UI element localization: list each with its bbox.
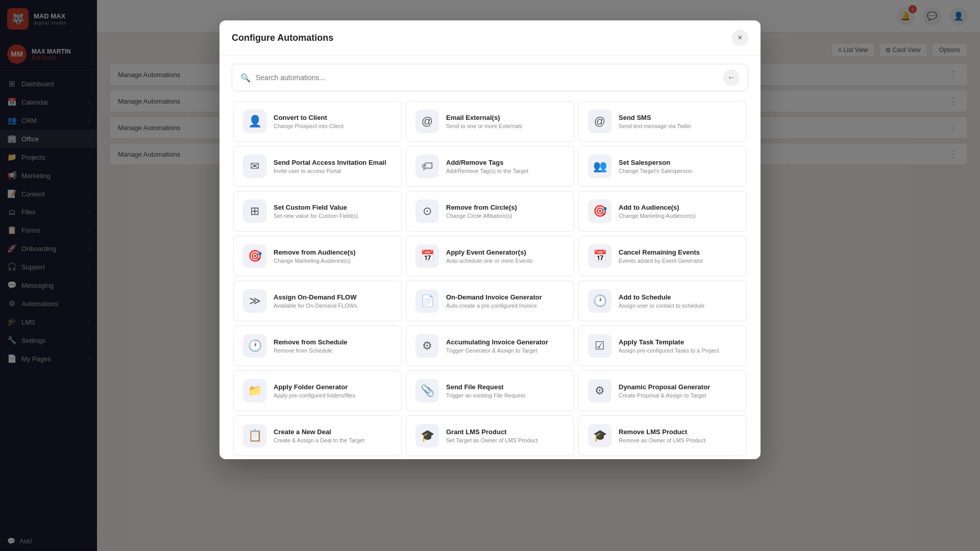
automation-icon: ☑: [588, 334, 611, 358]
automation-card[interactable]: 🎯Remove from Audience(s)Change Marketing…: [233, 236, 402, 277]
automation-text: Add/Remove TagsAdd/Remove Tag(s) to the …: [446, 159, 565, 174]
automation-name: On-Demand Invoice Generator: [446, 293, 565, 301]
automation-name: Set Salesperson: [619, 159, 737, 166]
automation-card[interactable]: ✉Send Portal Access Invitation EmailInvi…: [233, 146, 402, 187]
automation-desc: Create & Assign a Deal to the Target: [274, 437, 392, 443]
automation-card[interactable]: ⊞Set Custom Field ValueSet new value for…: [233, 191, 402, 232]
automation-icon: 📎: [415, 379, 439, 403]
search-input[interactable]: [256, 73, 718, 82]
automation-card[interactable]: 🏷Add/Remove TagsAdd/Remove Tag(s) to the…: [406, 146, 574, 187]
automation-icon: 📄: [415, 289, 439, 313]
automation-desc: Set new value for Custom Field(s): [274, 213, 392, 219]
automation-desc: Trigger an existing File Request: [446, 392, 565, 398]
automation-card[interactable]: ☑Apply Task TemplateAssign pre-configure…: [578, 325, 747, 366]
automation-card[interactable]: @Send SMSSend text message via Twilio: [578, 101, 747, 142]
automation-desc: Change Marketing Audience(s): [274, 258, 392, 264]
automation-name: Accumulating Invoice Generator: [446, 338, 565, 346]
automation-text: Add to ScheduleAssign user or contact to…: [619, 293, 737, 309]
automation-name: Remove LMS Product: [619, 428, 737, 436]
automation-desc: Change Prospect into Client: [274, 123, 392, 129]
automation-name: Apply Event Generator(s): [446, 248, 565, 256]
automation-card[interactable]: 📋Create a New DealCreate & Assign a Deal…: [233, 415, 402, 456]
automation-icon: 📋: [243, 424, 266, 447]
automation-icon: ⊙: [415, 199, 439, 223]
automation-card[interactable]: 🕐Add to ScheduleAssign user or contact t…: [578, 281, 747, 321]
automation-text: Cancel Remaining EventsEvents added by E…: [619, 248, 737, 264]
automation-desc: Auto-schedule one or more Events: [446, 258, 565, 264]
automation-card[interactable]: 📅Cancel Remaining EventsEvents added by …: [578, 236, 747, 277]
close-button[interactable]: ×: [732, 30, 748, 46]
automation-text: Remove from Audience(s)Change Marketing …: [274, 248, 392, 264]
automation-name: Remove from Audience(s): [274, 248, 392, 256]
automation-card[interactable]: 🕐Remove from ScheduleRemove from Schedul…: [233, 325, 402, 366]
automation-icon: ⚙: [415, 334, 439, 358]
automation-icon: @: [415, 110, 439, 133]
automation-name: Remove from Circle(s): [446, 204, 565, 211]
automation-icon: 🕐: [243, 334, 266, 358]
automation-text: Remove LMS ProductRemove as Owner of LMS…: [619, 428, 737, 443]
automation-icon: 🏷: [415, 155, 439, 178]
automation-icon: 👥: [588, 155, 611, 178]
automation-desc: Send text message via Twilio: [619, 123, 737, 129]
automation-card[interactable]: ⊙Remove from Circle(s)Change Circle Affi…: [406, 191, 574, 232]
automation-name: Set Custom Field Value: [274, 204, 392, 211]
automation-name: Add/Remove Tags: [446, 159, 565, 166]
automation-name: Cancel Remaining Events: [619, 248, 737, 256]
automation-name: Assign On-Demand FLOW: [274, 293, 392, 301]
configure-automations-modal: Configure Automations × 🔍 ← 👤Convert to …: [219, 20, 761, 459]
automation-card[interactable]: ≫Assign On-Demand FLOWAvailable for On-D…: [233, 281, 402, 321]
automation-icon: 👤: [243, 110, 266, 133]
automation-card[interactable]: 👥Set SalespersonChange Target's Salesper…: [578, 146, 747, 187]
automation-name: Send SMS: [619, 114, 737, 121]
automation-text: Accumulating Invoice GeneratorTrigger Ge…: [446, 338, 565, 354]
automation-desc: Send to one or more Externals: [446, 123, 565, 129]
automation-name: Dynamic Proposal Generator: [619, 383, 737, 391]
automation-card[interactable]: 📎Send File RequestTrigger an existing Fi…: [406, 370, 574, 411]
automation-icon: @: [588, 110, 611, 133]
automation-desc: Invite user to access Portal: [274, 168, 392, 174]
automation-desc: Remove from Schedule: [274, 347, 392, 354]
automation-text: Convert to ClientChange Prospect into Cl…: [274, 114, 392, 129]
automation-desc: Change Marketing Audience(s): [619, 213, 737, 219]
automation-text: Remove from ScheduleRemove from Schedule: [274, 338, 392, 354]
automation-desc: Add/Remove Tag(s) to the Target: [446, 168, 565, 174]
automation-name: Create a New Deal: [274, 428, 392, 436]
automation-desc: Remove as Owner of LMS Product: [619, 437, 737, 443]
automation-icon: 📁: [243, 379, 266, 403]
automation-icon: ≫: [243, 289, 266, 313]
search-icon: 🔍: [240, 73, 251, 83]
automation-text: Grant LMS ProductSet Target as Owner of …: [446, 428, 565, 443]
automation-desc: Change Circle Affiliation(s): [446, 213, 565, 219]
back-button[interactable]: ←: [723, 69, 740, 86]
automation-name: Send Portal Access Invitation Email: [274, 159, 392, 166]
automation-desc: Change Target's Salesperson: [619, 168, 737, 174]
automation-card[interactable]: 👤Convert to ClientChange Prospect into C…: [233, 101, 402, 142]
automation-text: Send SMSSend text message via Twilio: [619, 114, 737, 129]
automation-card[interactable]: 🎓Grant LMS ProductSet Target as Owner of…: [406, 415, 574, 456]
automation-grid: 👤Convert to ClientChange Prospect into C…: [219, 99, 761, 459]
automation-card[interactable]: 🎓Remove LMS ProductRemove as Owner of LM…: [578, 415, 747, 456]
automation-text: Apply Folder GeneratorApply pre-configur…: [274, 383, 392, 398]
automation-card[interactable]: 📅Apply Event Generator(s)Auto-schedule o…: [406, 236, 574, 277]
automation-desc: Assign user or contact to schedule: [619, 303, 737, 309]
automation-name: Send File Request: [446, 383, 565, 391]
automation-text: Create a New DealCreate & Assign a Deal …: [274, 428, 392, 443]
automation-card[interactable]: @Email External(s)Send to one or more Ex…: [406, 101, 574, 142]
automation-card[interactable]: 📄On-Demand Invoice GeneratorAuto-create …: [406, 281, 574, 321]
automation-text: Send Portal Access Invitation EmailInvit…: [274, 159, 392, 174]
automation-card[interactable]: ⚙Accumulating Invoice GeneratorTrigger G…: [406, 325, 574, 366]
automation-text: Add to Audience(s)Change Marketing Audie…: [619, 204, 737, 219]
automation-card[interactable]: 📁Apply Folder GeneratorApply pre-configu…: [233, 370, 402, 411]
automation-name: Apply Task Template: [619, 338, 737, 346]
automation-card[interactable]: ⚙Dynamic Proposal GeneratorCreate Propos…: [578, 370, 747, 411]
modal-overlay: Configure Automations × 🔍 ← 👤Convert to …: [0, 0, 980, 551]
automation-text: Set SalespersonChange Target's Salespers…: [619, 159, 737, 174]
automation-name: Grant LMS Product: [446, 428, 565, 436]
automation-desc: Assign pre-configured Tasks to a Project: [619, 347, 737, 354]
automation-text: Set Custom Field ValueSet new value for …: [274, 204, 392, 219]
modal-header: Configure Automations ×: [219, 20, 761, 56]
automation-name: Add to Audience(s): [619, 204, 737, 211]
automation-card[interactable]: 🎯Add to Audience(s)Change Marketing Audi…: [578, 191, 747, 232]
search-bar: 🔍 ←: [232, 64, 748, 91]
automation-icon: ⚙: [588, 379, 611, 403]
